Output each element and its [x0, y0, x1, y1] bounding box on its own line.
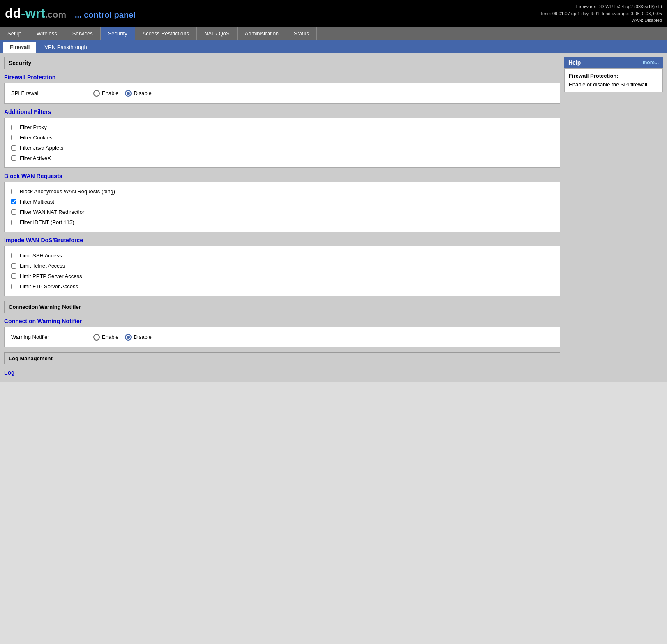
firewall-protection-box: SPI Firewall Enable Disable — [4, 83, 560, 104]
help-title: Help — [568, 59, 581, 66]
subtab-bar: Firewall VPN Passthrough — [0, 40, 667, 53]
nav-tab-administration[interactable]: Administration — [238, 27, 286, 40]
filter-activex-label: Filter ActiveX — [20, 155, 51, 161]
nav-tab-services[interactable]: Services — [65, 27, 101, 40]
filter-cookies-label: Filter Cookies — [20, 134, 52, 141]
firmware-info: Firmware: DD-WRT v24-sp2 (03/25/13) std … — [540, 3, 662, 24]
filter-java-label: Filter Java Applets — [20, 145, 63, 151]
nav-tab-wireless[interactable]: Wireless — [29, 27, 65, 40]
warning-radio-group: Enable Disable — [93, 334, 152, 341]
filter-ident-checkbox[interactable] — [11, 220, 16, 225]
main-nav: Setup Wireless Services Security Access … — [0, 27, 667, 40]
nav-tab-security[interactable]: Security — [101, 27, 135, 40]
filter-java-row: Filter Java Applets — [11, 143, 553, 153]
spi-firewall-row: SPI Firewall Enable Disable — [11, 88, 553, 99]
block-anon-label: Block Anonymous WAN Requests (ping) — [20, 188, 115, 195]
help-panel: Help more... Firewall Protection: Enable… — [564, 57, 663, 378]
block-anon-checkbox[interactable] — [11, 189, 16, 194]
block-wan-heading: Block WAN Requests — [4, 173, 560, 179]
filter-multicast-label: Filter Multicast — [20, 199, 54, 205]
spi-enable-label: Enable — [102, 90, 118, 96]
logo-text: dd-wrt.com — [5, 6, 70, 21]
warning-disable-radio[interactable] — [125, 334, 132, 341]
additional-filters-heading: Additional Filters — [4, 109, 560, 115]
firewall-protection-heading: Firewall Protection — [4, 74, 560, 81]
filter-wan-nat-row: Filter WAN NAT Redirection — [11, 207, 553, 217]
limit-telnet-row: Limit Telnet Access — [11, 261, 553, 271]
subtab-vpn-passthrough[interactable]: VPN Passthrough — [38, 42, 93, 53]
additional-filters-box: Filter Proxy Filter Cookies Filter Java … — [4, 118, 560, 168]
help-section-text: Enable or disable the SPI firewall. — [569, 81, 658, 88]
nav-tab-setup[interactable]: Setup — [0, 27, 29, 40]
help-header: Help more... — [564, 57, 663, 68]
filter-ident-row: Filter IDENT (Port 113) — [11, 217, 553, 227]
main-content: Security Firewall Protection SPI Firewal… — [0, 53, 667, 382]
spi-enable-option[interactable]: Enable — [93, 90, 118, 97]
subtab-firewall[interactable]: Firewall — [3, 42, 36, 53]
filter-activex-checkbox[interactable] — [11, 155, 16, 161]
filter-wan-nat-label: Filter WAN NAT Redirection — [20, 209, 85, 215]
filter-ident-label: Filter IDENT (Port 113) — [20, 219, 74, 225]
limit-pptp-label: Limit PPTP Server Access — [20, 273, 82, 279]
limit-ftp-checkbox[interactable] — [11, 284, 16, 289]
limit-ssh-row: Limit SSH Access — [11, 250, 553, 261]
spi-enable-radio[interactable] — [93, 90, 100, 97]
filter-multicast-checkbox[interactable] — [11, 199, 16, 204]
warning-disable-option[interactable]: Disable — [125, 334, 151, 341]
limit-ftp-label: Limit FTP Server Access — [20, 283, 78, 290]
connection-warning-heading: Connection Warning Notifier — [4, 318, 560, 324]
spi-radio-group: Enable Disable — [93, 90, 152, 97]
warning-enable-label: Enable — [102, 334, 118, 340]
limit-ftp-row: Limit FTP Server Access — [11, 281, 553, 292]
limit-pptp-row: Limit PPTP Server Access — [11, 271, 553, 281]
content-area: Security Firewall Protection SPI Firewal… — [4, 57, 560, 378]
filter-cookies-row: Filter Cookies — [11, 132, 553, 143]
nav-tab-nat-qos[interactable]: NAT / QoS — [197, 27, 238, 40]
filter-proxy-row: Filter Proxy — [11, 122, 553, 132]
filter-cookies-checkbox[interactable] — [11, 135, 16, 140]
filter-activex-row: Filter ActiveX — [11, 153, 553, 163]
block-anon-row: Block Anonymous WAN Requests (ping) — [11, 186, 553, 197]
logo: dd-wrt.com ... control panel — [5, 6, 136, 21]
nav-tab-status[interactable]: Status — [286, 27, 317, 40]
firmware-line3: WAN: Disabled — [540, 17, 662, 24]
help-content: Firewall Protection: Enable or disable t… — [564, 68, 663, 92]
limit-ssh-label: Limit SSH Access — [20, 253, 62, 259]
page-section-header: Security — [4, 57, 560, 69]
limit-telnet-checkbox[interactable] — [11, 263, 16, 269]
firmware-line2: Time: 09:01:07 up 1 day, 9:01, load aver… — [540, 10, 662, 17]
limit-ssh-checkbox[interactable] — [11, 253, 16, 258]
log-management-section-header: Log Management — [4, 352, 560, 364]
warning-notifier-label: Warning Notifier — [11, 334, 93, 340]
spi-firewall-label: SPI Firewall — [11, 90, 93, 96]
header: dd-wrt.com ... control panel Firmware: D… — [0, 0, 667, 27]
help-section-title: Firewall Protection: — [569, 73, 658, 79]
warning-enable-option[interactable]: Enable — [93, 334, 118, 341]
filter-wan-nat-checkbox[interactable] — [11, 209, 16, 215]
filter-multicast-row: Filter Multicast — [11, 197, 553, 207]
limit-pptp-checkbox[interactable] — [11, 273, 16, 279]
limit-telnet-label: Limit Telnet Access — [20, 263, 65, 269]
warning-disable-label: Disable — [134, 334, 151, 340]
filter-proxy-label: Filter Proxy — [20, 124, 47, 130]
warning-enable-radio[interactable] — [93, 334, 100, 341]
impede-wan-heading: Impede WAN DoS/Bruteforce — [4, 237, 560, 243]
filter-java-checkbox[interactable] — [11, 145, 16, 151]
firmware-line1: Firmware: DD-WRT v24-sp2 (03/25/13) std — [540, 3, 662, 10]
help-more-link[interactable]: more... — [643, 60, 659, 65]
nav-tab-access-restrictions[interactable]: Access Restrictions — [135, 27, 197, 40]
control-panel-label: ... control panel — [75, 10, 136, 19]
spi-disable-option[interactable]: Disable — [125, 90, 151, 97]
impede-wan-box: Limit SSH Access Limit Telnet Access Lim… — [4, 246, 560, 296]
spi-disable-radio[interactable] — [125, 90, 132, 97]
warning-notifier-row: Warning Notifier Enable Disable — [11, 331, 553, 343]
filter-proxy-checkbox[interactable] — [11, 125, 16, 130]
spi-disable-label: Disable — [134, 90, 151, 96]
connection-warning-box: Warning Notifier Enable Disable — [4, 327, 560, 347]
connection-warning-section-header: Connection Warning Notifier — [4, 301, 560, 313]
log-heading: Log — [4, 369, 560, 376]
block-wan-box: Block Anonymous WAN Requests (ping) Filt… — [4, 182, 560, 232]
